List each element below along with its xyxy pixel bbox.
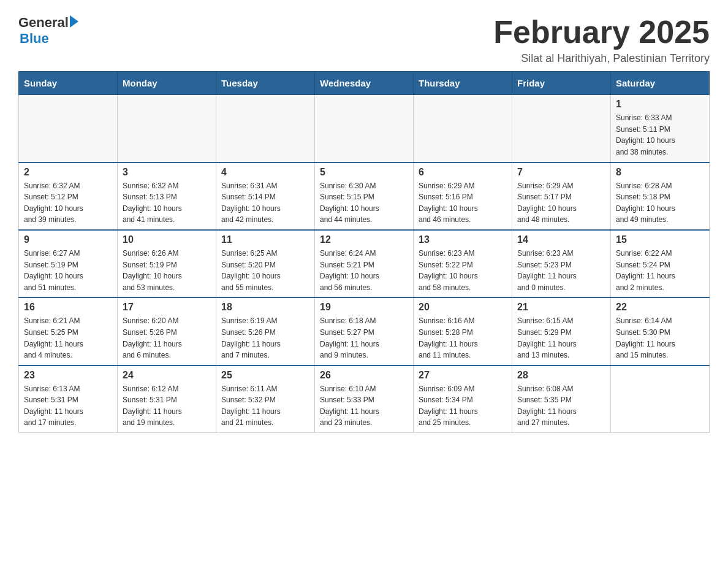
- day-info: Sunrise: 6:29 AMSunset: 5:16 PMDaylight:…: [419, 180, 507, 226]
- calendar-cell: 9Sunrise: 6:27 AMSunset: 5:19 PMDaylight…: [19, 230, 118, 297]
- day-info: Sunrise: 6:11 AMSunset: 5:32 PMDaylight:…: [221, 383, 309, 429]
- day-info: Sunrise: 6:08 AMSunset: 5:35 PMDaylight:…: [517, 383, 605, 429]
- day-info: Sunrise: 6:20 AMSunset: 5:26 PMDaylight:…: [123, 315, 211, 361]
- day-info: Sunrise: 6:23 AMSunset: 5:23 PMDaylight:…: [517, 248, 605, 293]
- calendar-cell: 24Sunrise: 6:12 AMSunset: 5:31 PMDayligh…: [118, 366, 216, 433]
- day-number: 17: [123, 302, 211, 313]
- calendar-header-wednesday: Wednesday: [315, 72, 414, 95]
- logo-general-text: General: [18, 15, 69, 31]
- day-number: 11: [221, 234, 309, 245]
- calendar-header-friday: Friday: [512, 72, 611, 95]
- calendar-cell: 13Sunrise: 6:23 AMSunset: 5:22 PMDayligh…: [414, 230, 512, 297]
- calendar-cell: 17Sunrise: 6:20 AMSunset: 5:26 PMDayligh…: [118, 297, 216, 365]
- calendar-cell: [611, 366, 710, 433]
- logo-line1: General: [18, 15, 78, 31]
- calendar-cell: 15Sunrise: 6:22 AMSunset: 5:24 PMDayligh…: [611, 230, 710, 297]
- day-number: 1: [616, 99, 704, 110]
- calendar-cell: 25Sunrise: 6:11 AMSunset: 5:32 PMDayligh…: [216, 366, 315, 433]
- day-info: Sunrise: 6:10 AMSunset: 5:33 PMDaylight:…: [320, 383, 408, 429]
- day-number: 9: [24, 234, 112, 245]
- day-number: 7: [517, 167, 605, 178]
- calendar-cell: 26Sunrise: 6:10 AMSunset: 5:33 PMDayligh…: [315, 366, 414, 433]
- day-info: Sunrise: 6:29 AMSunset: 5:17 PMDaylight:…: [517, 180, 605, 226]
- calendar-cell: 1Sunrise: 6:33 AMSunset: 5:11 PMDaylight…: [611, 95, 710, 163]
- day-number: 19: [320, 302, 408, 313]
- calendar-cell: 12Sunrise: 6:24 AMSunset: 5:21 PMDayligh…: [315, 230, 414, 297]
- calendar-table: SundayMondayTuesdayWednesdayThursdayFrid…: [18, 71, 710, 433]
- calendar-header-saturday: Saturday: [611, 72, 710, 95]
- day-number: 2: [24, 167, 112, 178]
- logo: General Blue: [18, 15, 78, 47]
- day-info: Sunrise: 6:28 AMSunset: 5:18 PMDaylight:…: [616, 180, 704, 226]
- calendar-cell: 18Sunrise: 6:19 AMSunset: 5:26 PMDayligh…: [216, 297, 315, 365]
- calendar-header-monday: Monday: [118, 72, 216, 95]
- day-number: 23: [24, 370, 112, 381]
- day-info: Sunrise: 6:23 AMSunset: 5:22 PMDaylight:…: [419, 248, 507, 293]
- day-info: Sunrise: 6:18 AMSunset: 5:27 PMDaylight:…: [320, 315, 408, 361]
- calendar-title: February 2025: [493, 15, 710, 50]
- calendar-header-thursday: Thursday: [414, 72, 512, 95]
- day-number: 6: [419, 167, 507, 178]
- logo-blue-text: Blue: [20, 31, 49, 47]
- day-number: 22: [616, 302, 704, 313]
- calendar-cell: 16Sunrise: 6:21 AMSunset: 5:25 PMDayligh…: [19, 297, 118, 365]
- day-number: 12: [320, 234, 408, 245]
- calendar-cell: 5Sunrise: 6:30 AMSunset: 5:15 PMDaylight…: [315, 163, 414, 230]
- calendar-cell: 19Sunrise: 6:18 AMSunset: 5:27 PMDayligh…: [315, 297, 414, 365]
- calendar-week-3: 9Sunrise: 6:27 AMSunset: 5:19 PMDaylight…: [19, 230, 710, 297]
- calendar-header-row: SundayMondayTuesdayWednesdayThursdayFrid…: [19, 72, 710, 95]
- day-info: Sunrise: 6:19 AMSunset: 5:26 PMDaylight:…: [221, 315, 309, 361]
- day-number: 13: [419, 234, 507, 245]
- day-info: Sunrise: 6:16 AMSunset: 5:28 PMDaylight:…: [419, 315, 507, 361]
- day-number: 20: [419, 302, 507, 313]
- day-number: 14: [517, 234, 605, 245]
- calendar-cell: [19, 95, 118, 163]
- day-info: Sunrise: 6:32 AMSunset: 5:12 PMDaylight:…: [24, 180, 112, 226]
- day-info: Sunrise: 6:22 AMSunset: 5:24 PMDaylight:…: [616, 248, 704, 293]
- calendar-cell: 21Sunrise: 6:15 AMSunset: 5:29 PMDayligh…: [512, 297, 611, 365]
- calendar-week-4: 16Sunrise: 6:21 AMSunset: 5:25 PMDayligh…: [19, 297, 710, 365]
- logo-arrow-icon: [70, 15, 78, 28]
- day-number: 27: [419, 370, 507, 381]
- calendar-week-5: 23Sunrise: 6:13 AMSunset: 5:31 PMDayligh…: [19, 366, 710, 433]
- day-info: Sunrise: 6:15 AMSunset: 5:29 PMDaylight:…: [517, 315, 605, 361]
- day-number: 21: [517, 302, 605, 313]
- day-info: Sunrise: 6:09 AMSunset: 5:34 PMDaylight:…: [419, 383, 507, 429]
- calendar-cell: 7Sunrise: 6:29 AMSunset: 5:17 PMDaylight…: [512, 163, 611, 230]
- page-header: General Blue February 2025 Silat al Hari…: [18, 15, 710, 65]
- calendar-cell: 11Sunrise: 6:25 AMSunset: 5:20 PMDayligh…: [216, 230, 315, 297]
- calendar-cell: 10Sunrise: 6:26 AMSunset: 5:19 PMDayligh…: [118, 230, 216, 297]
- day-info: Sunrise: 6:12 AMSunset: 5:31 PMDaylight:…: [123, 383, 211, 429]
- day-info: Sunrise: 6:30 AMSunset: 5:15 PMDaylight:…: [320, 180, 408, 226]
- calendar-cell: 14Sunrise: 6:23 AMSunset: 5:23 PMDayligh…: [512, 230, 611, 297]
- calendar-cell: [414, 95, 512, 163]
- calendar-cell: 6Sunrise: 6:29 AMSunset: 5:16 PMDaylight…: [414, 163, 512, 230]
- day-number: 4: [221, 167, 309, 178]
- calendar-cell: 22Sunrise: 6:14 AMSunset: 5:30 PMDayligh…: [611, 297, 710, 365]
- calendar-cell: 20Sunrise: 6:16 AMSunset: 5:28 PMDayligh…: [414, 297, 512, 365]
- day-info: Sunrise: 6:21 AMSunset: 5:25 PMDaylight:…: [24, 315, 112, 361]
- day-number: 5: [320, 167, 408, 178]
- day-info: Sunrise: 6:31 AMSunset: 5:14 PMDaylight:…: [221, 180, 309, 226]
- calendar-cell: [315, 95, 414, 163]
- calendar-cell: [512, 95, 611, 163]
- day-info: Sunrise: 6:26 AMSunset: 5:19 PMDaylight:…: [123, 248, 211, 293]
- day-number: 26: [320, 370, 408, 381]
- day-info: Sunrise: 6:13 AMSunset: 5:31 PMDaylight:…: [24, 383, 112, 429]
- calendar-week-1: 1Sunrise: 6:33 AMSunset: 5:11 PMDaylight…: [19, 95, 710, 163]
- calendar-subtitle: Silat al Harithiyah, Palestinian Territo…: [493, 52, 710, 65]
- day-info: Sunrise: 6:24 AMSunset: 5:21 PMDaylight:…: [320, 248, 408, 293]
- day-info: Sunrise: 6:14 AMSunset: 5:30 PMDaylight:…: [616, 315, 704, 361]
- day-number: 16: [24, 302, 112, 313]
- day-info: Sunrise: 6:32 AMSunset: 5:13 PMDaylight:…: [123, 180, 211, 226]
- calendar-cell: 4Sunrise: 6:31 AMSunset: 5:14 PMDaylight…: [216, 163, 315, 230]
- calendar-cell: [216, 95, 315, 163]
- day-info: Sunrise: 6:27 AMSunset: 5:19 PMDaylight:…: [24, 248, 112, 293]
- day-number: 28: [517, 370, 605, 381]
- day-info: Sunrise: 6:33 AMSunset: 5:11 PMDaylight:…: [616, 112, 704, 158]
- calendar-cell: 28Sunrise: 6:08 AMSunset: 5:35 PMDayligh…: [512, 366, 611, 433]
- day-number: 18: [221, 302, 309, 313]
- day-number: 25: [221, 370, 309, 381]
- calendar-header-tuesday: Tuesday: [216, 72, 315, 95]
- calendar-cell: 2Sunrise: 6:32 AMSunset: 5:12 PMDaylight…: [19, 163, 118, 230]
